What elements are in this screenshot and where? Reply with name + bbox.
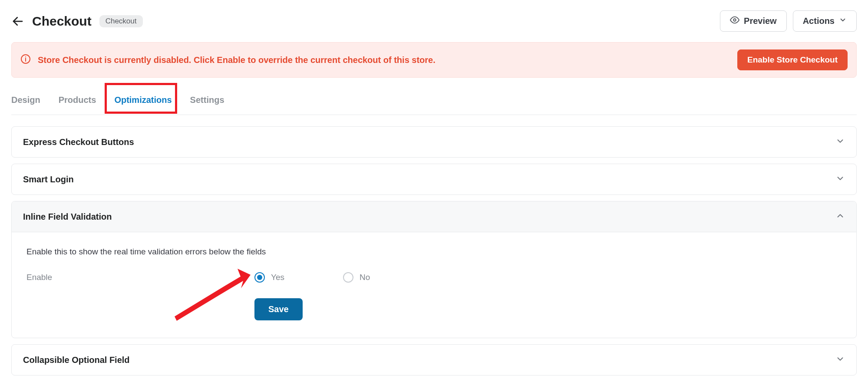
header-left: Checkout Checkout xyxy=(11,14,143,29)
tab-products[interactable]: Products xyxy=(59,91,96,115)
info-circle-icon xyxy=(20,54,31,66)
back-arrow-icon[interactable] xyxy=(11,15,24,28)
eye-icon xyxy=(730,15,739,27)
radio-indicator xyxy=(343,272,353,283)
radio-option-yes[interactable]: Yes xyxy=(254,272,284,283)
tab-design[interactable]: Design xyxy=(11,91,40,115)
enable-form-row: Enable Yes No xyxy=(26,272,842,283)
page-badge: Checkout xyxy=(99,15,143,27)
svg-point-1 xyxy=(733,19,736,21)
alert-message: Store Checkout is currently disabled. Cl… xyxy=(38,55,436,65)
panel-header-express-checkout[interactable]: Express Checkout Buttons xyxy=(12,127,856,157)
radio-option-no[interactable]: No xyxy=(343,272,370,283)
preview-button[interactable]: Preview xyxy=(720,10,787,32)
chevron-down-icon xyxy=(839,16,847,26)
header-actions: Preview Actions xyxy=(720,10,857,32)
panel-title: Collapsible Optional Field xyxy=(23,355,130,365)
panel-collapsible-optional-field: Collapsible Optional Field xyxy=(11,344,857,376)
page-title: Checkout xyxy=(32,14,92,29)
save-button[interactable]: Save xyxy=(254,298,303,320)
panel-body: Enable this to show the real time valida… xyxy=(12,232,856,338)
tab-settings[interactable]: Settings xyxy=(190,91,224,115)
warning-alert: Store Checkout is currently disabled. Cl… xyxy=(11,42,857,78)
panel-header-inline-field-validation[interactable]: Inline Field Validation xyxy=(12,201,856,232)
radio-label-yes: Yes xyxy=(271,273,284,282)
svg-point-4 xyxy=(25,56,26,57)
alert-left: Store Checkout is currently disabled. Cl… xyxy=(20,54,436,66)
enable-store-checkout-button[interactable]: Enable Store Checkout xyxy=(737,49,848,70)
tab-optimizations[interactable]: Optimizations xyxy=(114,91,172,115)
panel-title: Express Checkout Buttons xyxy=(23,137,134,147)
enable-radio-group: Yes No xyxy=(254,272,370,283)
panel-title: Inline Field Validation xyxy=(23,212,112,222)
panel-title: Smart Login xyxy=(23,175,74,184)
chevron-down-icon xyxy=(835,174,845,185)
actions-label: Actions xyxy=(803,16,835,26)
panel-description: Enable this to show the real time valida… xyxy=(26,247,842,257)
preview-label: Preview xyxy=(744,16,777,26)
page-header: Checkout Checkout Preview Actions xyxy=(11,10,857,32)
panel-express-checkout: Express Checkout Buttons xyxy=(11,126,857,158)
panel-smart-login: Smart Login xyxy=(11,164,857,195)
radio-indicator-selected xyxy=(254,272,265,283)
panel-header-smart-login[interactable]: Smart Login xyxy=(12,164,856,194)
actions-button[interactable]: Actions xyxy=(793,10,857,32)
chevron-up-icon xyxy=(835,211,845,222)
radio-label-no: No xyxy=(360,273,370,282)
panel-header-collapsible-optional-field[interactable]: Collapsible Optional Field xyxy=(12,345,856,375)
chevron-down-icon xyxy=(835,354,845,366)
panel-inline-field-validation: Inline Field Validation Enable this to s… xyxy=(11,201,857,338)
tabs-nav: Design Products Optimizations Settings xyxy=(11,91,857,115)
enable-label: Enable xyxy=(26,273,254,282)
chevron-down-icon xyxy=(835,136,845,148)
